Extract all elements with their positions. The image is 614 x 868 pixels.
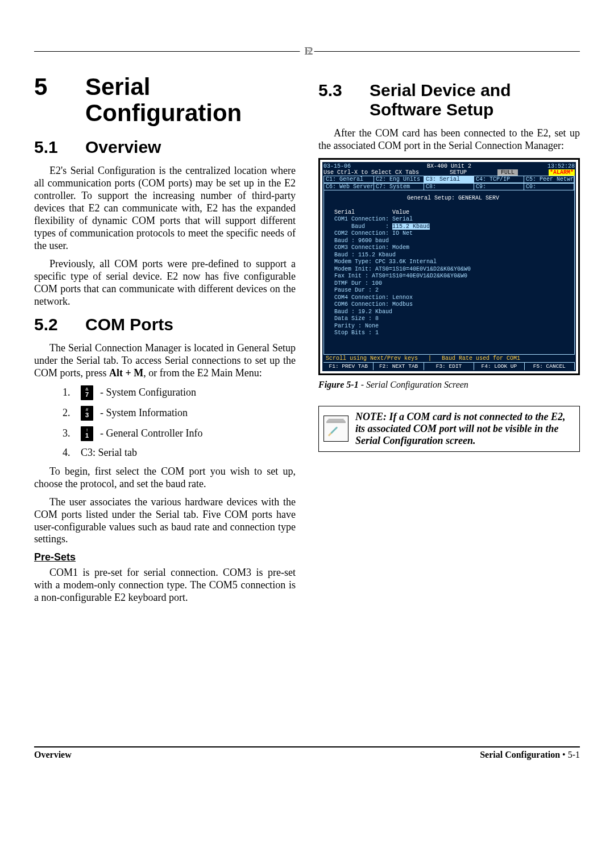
step-label: - General Controller Info (100, 427, 202, 439)
column-headers: Serial Value (334, 209, 572, 217)
terminal-hint: Use Ctrl-X to Select CX Tabs (323, 169, 419, 176)
figure-number: Figure 5-1 (318, 380, 359, 389)
config-line: COM1 Connection: Serial (334, 216, 572, 223)
chapter-number: 5 (34, 74, 85, 126)
tab-c6: C6: Web Server (324, 184, 374, 190)
tab-row-1: C1: General C2: Eng Units C3: Serial C4:… (323, 176, 575, 183)
config-line: Baud : 9600 baud (334, 238, 572, 245)
note-text: NOTE: If a COM card is not connected to … (355, 411, 571, 447)
step-number: 2. (63, 407, 74, 419)
config-line: Pause Dur : 2 (334, 287, 572, 294)
tab-c9: C9: (474, 184, 524, 190)
terminal-body: General Setup: GENERAL SERV Serial Value… (323, 190, 575, 355)
footer-left: Overview (34, 750, 72, 760)
highlighted-baud: 115.2 Kbaud (392, 223, 430, 230)
footer-page: • 5-1 (560, 750, 580, 759)
config-line: Baud : 115.2 Kbaud (334, 252, 572, 259)
terminal-time: 13:52:28 (547, 163, 575, 169)
chapter-title: Serial Configuration (85, 74, 296, 126)
section-5-3-heading: 5.3 Serial Device and Software Setup (318, 81, 580, 119)
section-title: Overview (85, 138, 296, 157)
two-column-layout: 5 Serial Configuration 5.1 Overview E2's… (34, 74, 580, 610)
fkey-f1: F1: PREV TAB (323, 362, 374, 370)
note-callout: NOTE: If a COM card is not connected to … (318, 406, 580, 452)
step-label: - System Configuration (100, 387, 196, 398)
section-number: 5.1 (34, 138, 85, 157)
config-line: Modem Type: CPC 33.6K Internal (334, 259, 572, 266)
tab-c8: C8: (424, 184, 474, 190)
body-paragraph: To begin, first select the COM port you … (34, 466, 296, 491)
config-line: Parity : None (334, 323, 572, 330)
footer-right: Serial Configuration • 5-1 (480, 750, 580, 760)
chapter-heading: 5 Serial Configuration (34, 74, 296, 126)
keycap-icon: #3 (81, 406, 93, 421)
body-paragraph: E2's Serial Configuration is the central… (34, 165, 296, 252)
terminal-date: 03-15-06 (323, 163, 351, 169)
body-paragraph: The user associates the various hardware… (34, 496, 296, 546)
tab-c0: C0: (524, 184, 574, 190)
terminal-mode: SETUP (450, 169, 467, 176)
config-line: Modem Init: ATS0=1S10=40E0V1&D2&K0&Y0&W0 (334, 266, 572, 273)
tab-c7: C7: System (374, 184, 424, 190)
full-badge: FULL (497, 169, 518, 176)
status-right: Baud Rate used for COM1 (442, 355, 520, 362)
terminal-titlebar: 03-15-06 BX-400 Unit 2 13:52:28 (323, 163, 575, 169)
step-number: 3. (63, 427, 74, 439)
shortcut-key: Alt + M (109, 367, 143, 379)
keycap-icon: &7 (81, 385, 93, 400)
left-column: 5 Serial Configuration 5.1 Overview E2's… (34, 74, 296, 610)
step-label: C3: Serial tab (81, 447, 137, 459)
config-line: COM4 Connection: Lennox (334, 294, 572, 302)
config-line: Fax Init : ATS0=1S10=40E0V1&D2&K0&Y0&W0 (334, 273, 572, 280)
config-line: COM3 Connection: Modem (334, 244, 572, 252)
function-key-bar: F1: PREV TAB F2: NEXT TAB F3: EDIT F4: L… (323, 362, 575, 370)
right-column: 5.3 Serial Device and Software Setup Aft… (318, 74, 580, 610)
step-number: 1. (63, 387, 74, 398)
step-number: 4. (63, 447, 74, 459)
figure-desc: - Serial Configuration Screen (359, 380, 468, 389)
section-title: COM Ports (85, 315, 296, 334)
figure-caption: Figure 5-1 - Serial Configuration Screen (318, 380, 580, 390)
fkey-f4: F4: LOOK UP (474, 362, 524, 370)
tab-c2: C2: Eng Units (374, 176, 424, 182)
terminal-panel: 03-15-06 BX-400 Unit 2 13:52:28 Use Ctrl… (322, 162, 576, 371)
brand-logo: E2 (300, 45, 314, 57)
page-header-rule: E2 (34, 45, 580, 57)
config-line: DTMF Dur : 100 (334, 280, 572, 288)
tab-row-2: C6: Web Server C7: System C8: C9: C0: (323, 183, 575, 190)
paragraph-run: , or from the E2 Main Menu: (143, 367, 262, 379)
keycap-icon: !1 (81, 426, 93, 441)
body-paragraph: After the COM card has been connected to… (318, 127, 580, 152)
list-item: 1. &7 - System Configuration (63, 385, 296, 400)
terminal-status: Scroll using Next/Prev keys | Baud Rate … (323, 355, 575, 362)
tab-c4: C4: TCP/IP (474, 176, 524, 182)
config-line: Stop Bits : 1 (334, 330, 572, 337)
fkey-f5: F5: CANCEL (525, 362, 575, 370)
pencil-note-icon (323, 416, 349, 442)
config-line: Data Size : 8 (334, 315, 572, 323)
menu-steps-list: 1. &7 - System Configuration 2. #3 - Sys… (34, 385, 296, 459)
section-5-2-heading: 5.2 COM Ports (34, 315, 296, 334)
tab-c5: C5: Peer Netwrk (524, 176, 574, 182)
terminal-subtitle: Use Ctrl-X to Select CX Tabs SETUP FULL … (323, 169, 575, 176)
page-footer: Overview Serial Configuration • 5-1 (34, 746, 580, 760)
panel-title: General Setup: GENERAL SERV (334, 195, 572, 202)
subheading-presets: Pre-Sets (34, 551, 296, 563)
config-line: Baud : 115.2 Kbaud (334, 223, 572, 231)
alarm-badge: *ALARM* (549, 169, 575, 176)
list-item: 2. #3 - System Information (63, 406, 296, 421)
tab-c3-active: C3: Serial (424, 176, 474, 182)
section-number: 5.3 (318, 81, 370, 119)
config-line: COM6 Connection: Modbus (334, 301, 572, 309)
body-paragraph: The Serial Connection Manager is located… (34, 342, 296, 380)
step-label: - System Information (100, 407, 188, 419)
list-item: 3. !1 - General Controller Info (63, 426, 296, 441)
status-left: Scroll using Next/Prev keys (326, 355, 418, 362)
footer-title: Serial Configuration (480, 750, 560, 759)
config-line: COM2 Connection: IO Net (334, 230, 572, 238)
body-paragraph: COM1 is pre-set for serial connection. C… (34, 567, 296, 604)
fkey-f2: F2: NEXT TAB (374, 362, 424, 370)
fkey-f3: F3: EDIT (424, 362, 474, 370)
tab-c1: C1: General (324, 176, 374, 182)
terminal-unit: BX-400 Unit 2 (427, 163, 471, 169)
